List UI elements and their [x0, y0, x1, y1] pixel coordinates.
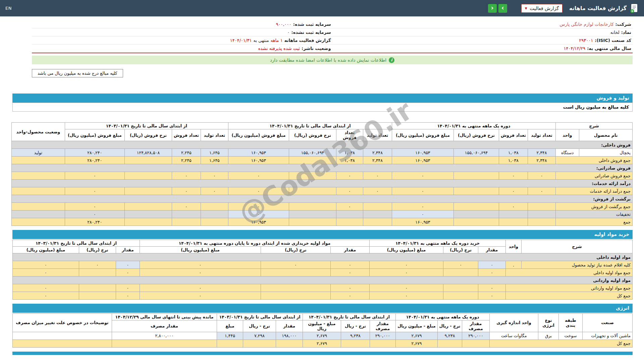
info-value: ۱ ماهه: [271, 38, 283, 43]
table-cell: ۲,۳۴۸: [528, 149, 555, 157]
table-row: برگشت از فروش:: [11, 195, 632, 203]
table-cell: [276, 340, 303, 347]
info-value: لخانه: [610, 30, 620, 35]
column-header: شرح: [522, 240, 633, 253]
table-cell: [124, 203, 172, 210]
table-cell: ۱,۶۴۵: [201, 149, 228, 157]
info-row: وضعیت ناشر:ثبت شده پذیرفته نشده: [32, 45, 332, 53]
company-info: شرکت:کارخانجات لوازم خانگی پارسنماد:لخان…: [32, 20, 633, 53]
table-cell: ۰: [12, 269, 79, 277]
column-header: نرخ (ریال): [79, 247, 116, 253]
notice-text: اطلاعات نمایش داده شده با اطلاعات امضا ش…: [270, 57, 386, 63]
info-value: ۲۹۳۰۰۱: [579, 38, 593, 43]
table-cell: [363, 218, 392, 226]
table-cell: [112, 340, 217, 347]
column-header: از ابتدای سال مالی تا تاریخ ۱۴۰۳/۰۱/۳۱: [217, 313, 303, 320]
column-header: مقدار مصرف: [370, 320, 395, 332]
table-cell: ۰: [392, 210, 453, 218]
table-cell: ۰: [336, 172, 363, 180]
info-col-left: سرمایه ثبت شده:۹۰۰,۰۰۰سرمایه ثبت نشده:۰گ…: [32, 20, 332, 53]
table-cell: ۲,۳۴۸: [363, 149, 392, 157]
table-cell: ۲,۲۴۵: [172, 157, 201, 164]
table-cell: ۰: [528, 187, 555, 195]
table-cell: ۰: [336, 187, 363, 195]
table-cell: ۲,۶۷۹: [303, 332, 341, 340]
table-cell: تولید: [11, 149, 65, 157]
column-header: نرخ فروش (ریال): [453, 129, 499, 141]
section-energy-header: انرژی: [12, 304, 633, 313]
table-cell: [443, 269, 478, 277]
column-header: نرخ (ریال): [443, 247, 478, 253]
column-header: مقدار مصرف: [112, 320, 217, 332]
info-icon: i: [389, 57, 394, 63]
table-cell: ۱,۰۳۸: [499, 157, 528, 164]
table-cell: ۰: [499, 187, 528, 195]
info-label: سرمایه ثبت شده:: [293, 22, 331, 27]
table-cell: [289, 210, 336, 218]
table-row: یخچالدستگاه۲,۳۴۸۱,۰۳۸۱۵۵,۰۶۰,۶۹۴۱۶۰,۹۵۳۲…: [11, 149, 632, 157]
table-cell: [443, 284, 478, 292]
info-row: شرکت:کارخانجات لوازم خانگی پارس: [332, 20, 633, 28]
info-row: نماد:لخانه: [332, 28, 633, 37]
header-row: نام محصولواحدتعداد تولیدتعداد فروشنرخ فر…: [11, 129, 632, 141]
table-cell: [289, 172, 336, 180]
table-cell: ۰: [172, 172, 201, 180]
column-header: مبلغ (میلیون ریال): [12, 247, 79, 253]
column-header: نرخ فروش (ریال): [289, 129, 336, 141]
table-row: فروش داخلی:: [11, 141, 632, 149]
table-cell: ۰: [172, 187, 201, 195]
table-cell: ۱۶۰,۹۵۳: [228, 218, 289, 226]
table-cell: [172, 218, 201, 226]
table-cell: ۷,۲۹۸: [243, 332, 276, 340]
table-cell: [79, 284, 116, 292]
table-cell: [12, 332, 112, 340]
table-cell: سوخت: [559, 332, 583, 340]
table-cell: تخفیفات: [555, 210, 632, 218]
info-value: ۱۴۰۴/۰۱/۳۱: [230, 38, 252, 43]
report-type-dropdown[interactable]: گزارش فعالیت ▼: [521, 4, 562, 13]
column-header: مانده پیش بینی تا انتهای سال مالی ۱۴۰۴/۱…: [112, 313, 217, 320]
table-cell: ۲,۲۴۵: [172, 149, 201, 157]
table-cell: جمع: [555, 218, 632, 226]
table-cell: [438, 340, 462, 347]
production-subtitle: کلیه مبالغ به میلیون ریال است: [12, 103, 633, 112]
info-row: گزارش فعالیت ماهانه۱ ماههمنتهی به۱۴۰۴/۰۱…: [32, 37, 332, 45]
language-toggle[interactable]: EN: [5, 6, 12, 11]
table-cell: [453, 172, 499, 180]
topbar: گزارش فعالیت ماهانه گزارش فعالیت ▼ › ‹ E…: [0, 0, 644, 16]
column-header: مبلغ (میلیون ریال): [369, 247, 443, 253]
prev-report-button[interactable]: ‹: [488, 4, 497, 13]
info-value: ۹۰۰,۰۰۰: [276, 22, 291, 27]
table-cell: ۰: [65, 187, 124, 195]
table-cell: ۰: [140, 269, 261, 277]
header-row: صنعتطبقه بندینوع انرژیواحد اندازه گیریدو…: [12, 313, 632, 320]
table-cell: ۰: [478, 284, 506, 292]
column-header: مقدار مصرف: [462, 320, 490, 332]
table-cell: ۱۵۵,۰۶۰,۶۹۴: [289, 149, 336, 157]
table-cell: [528, 203, 555, 210]
report-icon[interactable]: [630, 3, 639, 13]
table-cell: [11, 210, 65, 218]
company-link[interactable]: کارخانجات لوازم خانگی پارس: [560, 22, 614, 27]
column-header: واحد: [506, 240, 522, 253]
next-report-button[interactable]: ›: [498, 4, 507, 13]
table-cell: [11, 157, 65, 164]
info-row: سرمایه ثبت نشده:۰: [32, 28, 332, 37]
table-cell: ۱۵۵,۰۶۰,۶۹۴: [453, 149, 499, 157]
report-navigation: › ‹: [488, 4, 507, 13]
column-header: نوع انرژی: [538, 313, 559, 332]
table-cell: [11, 203, 65, 210]
table-row: جمع فروش داخلی۲,۳۴۸۱,۰۳۸۱۶۰,۹۵۳۲,۳۴۸۱,۰۳…: [11, 157, 632, 164]
table-cell: ۲,۶۷۹: [395, 340, 437, 347]
table-cell: [124, 172, 172, 180]
table-cell: مگاوات ساعت: [490, 332, 538, 340]
info-row: سرمایه ثبت شده:۹۰۰,۰۰۰: [32, 20, 332, 28]
table-cell: ۰: [228, 187, 289, 195]
amounts-note-wrap: کلیه مبالغ درج شده به میلیون ریال می باش…: [32, 69, 633, 77]
column-header: از ابتدای سال مالی تا تاریخ ۱۴۰۴/۰۱/۳۱: [228, 123, 392, 129]
table-row: جمع کل۲,۶۷۹۲,۶۷۹: [12, 340, 632, 347]
info-label: وضعیت ناشر:: [302, 46, 331, 51]
table-cell: ۱۶۰,۹۵۳: [392, 218, 453, 226]
column-header: مبلغ (میلیون ریال): [140, 247, 261, 253]
table-row: کلیه اقلام عمده نیاز تولید محصول.۰۰۰۰۰۰۰…: [12, 261, 632, 269]
